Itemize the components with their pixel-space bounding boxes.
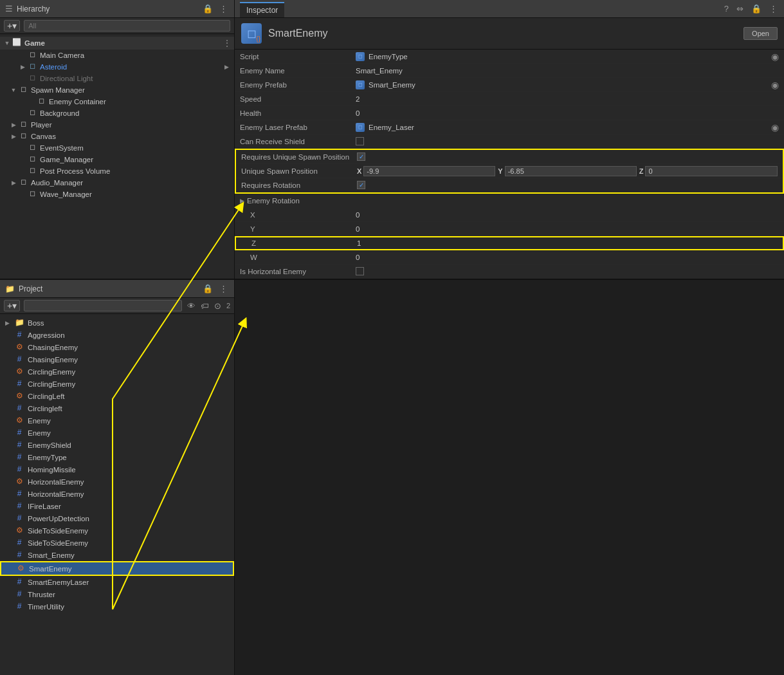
hierarchy-lock-icon[interactable]: 🔒: [201, 3, 214, 14]
project-tag-icon[interactable]: 🏷: [199, 301, 210, 311]
open-button[interactable]: Open: [743, 27, 778, 40]
y-axis-label: Y: [498, 167, 502, 175]
powerup-detection-icon: #: [14, 513, 24, 524]
project-title: Project: [19, 284, 42, 293]
inspector-panel: Inspector ? ⇔ 🔒 ⋮ ◻ {} SmartEnemy Open: [235, 0, 784, 279]
game-manager-icon: ◻: [27, 154, 37, 165]
hierarchy-item-event-system[interactable]: ◻ EventSystem: [0, 142, 234, 154]
bottom-right-area: [235, 280, 784, 675]
prefab-bracket-icon: {}: [256, 35, 260, 42]
project-item-thruster[interactable]: # Thruster: [0, 588, 234, 600]
enemy-prefab-label: Enemy Prefab: [240, 81, 356, 89]
smart-enemy-label: SmartEnemy: [29, 565, 71, 573]
script-circle-btn[interactable]: ◉: [771, 51, 779, 62]
project-add-button[interactable]: +▾: [4, 300, 20, 311]
script-field-row: Script ◻ EnemyType ◉: [235, 50, 784, 64]
smart-enemy-laser-label: SmartEnemyLaser: [28, 578, 89, 586]
unique-spawn-position-row: Unique Spawn Position X Y: [236, 164, 783, 178]
enemy-laser-prefab-field-row: Enemy Laser Prefab ◻ Enemy_Laser ◉: [235, 120, 784, 134]
hierarchy-item-spawn-manager[interactable]: ▼ ◻ Spawn Manager: [0, 84, 234, 96]
hierarchy-item-wave-manager[interactable]: ◻ Wave_Manager: [0, 189, 234, 200]
inspector-more-icon[interactable]: ⋮: [768, 3, 779, 14]
project-item-smart-enemy-script[interactable]: # Smart_Enemy: [0, 549, 234, 561]
hierarchy-item-player[interactable]: ▶ ◻ Player: [0, 119, 234, 131]
project-eye-icon[interactable]: 👁: [186, 301, 197, 311]
project-item-boss[interactable]: ▶ 📁 Boss: [0, 317, 234, 329]
speed-field-row: Speed 2: [235, 92, 784, 106]
project-item-horizontal-enemy[interactable]: # HorizontalEnemy: [0, 488, 234, 500]
project-item-circling-left-comp[interactable]: ⚙ CirclingLeft: [0, 390, 234, 402]
hierarchy-item-background[interactable]: ◻ Background: [0, 107, 234, 119]
project-item-horizontal-enemy-comp[interactable]: ⚙ HorizontalEnemy: [0, 476, 234, 488]
inspector-layout-icon[interactable]: ⇔: [735, 3, 745, 14]
hierarchy-panel: ☰ Hierarchy 🔒 ⋮ +▾ ▼ ⬜ Game: [0, 0, 235, 279]
enemy-prefab-circle-btn[interactable]: ◉: [771, 80, 779, 90]
unique-spawn-x-input[interactable]: [363, 166, 495, 176]
project-item-enemy-comp[interactable]: ⚙ Enemy: [0, 414, 234, 427]
spawn-manager-label: Spawn Manager: [31, 86, 85, 94]
project-more-icon[interactable]: ⋮: [218, 283, 229, 294]
inspector-title-bar: ◻ {} SmartEnemy Open: [235, 18, 784, 50]
project-item-side-to-side-enemy-comp[interactable]: ⚙ SideToSideEnemy: [0, 524, 234, 537]
circlingleft-label: Circlingleft: [28, 405, 62, 412]
hierarchy-item-canvas[interactable]: ▶ ◻ Canvas: [0, 131, 234, 142]
hierarchy-more-icon[interactable]: ⋮: [218, 3, 229, 14]
project-item-aggression[interactable]: # Aggression: [0, 329, 234, 341]
circling-left-comp-icon: ⚙: [14, 391, 24, 402]
unique-spawn-y-input[interactable]: [505, 166, 637, 176]
project-item-enemy[interactable]: # Enemy: [0, 427, 234, 439]
project-item-powerup-detection[interactable]: # PowerUpDetection: [0, 512, 234, 524]
inspector-tab[interactable]: Inspector: [240, 2, 284, 17]
requires-rotation-field-row: Requires Rotation: [236, 178, 783, 192]
hierarchy-item-enemy-container[interactable]: ◻ Enemy Container: [0, 96, 234, 107]
project-item-homing-missile[interactable]: # HomingMissile: [0, 463, 234, 476]
game-dots-icon[interactable]: ⋮: [223, 38, 232, 48]
project-item-circling-enemy[interactable]: # CirclingEnemy: [0, 378, 234, 390]
chasing-enemy-icon: #: [14, 355, 24, 365]
project-item-circlingleft[interactable]: # Circlingleft: [0, 402, 234, 414]
hierarchy-add-button[interactable]: +▾: [4, 20, 20, 32]
wave-manager-icon: ◻: [27, 189, 37, 199]
circlingleft-icon: #: [14, 403, 24, 414]
hierarchy-item-main-camera[interactable]: ◻ Main Camera: [0, 50, 234, 61]
rotation-w-value: 0: [356, 254, 779, 261]
hierarchy-search-input[interactable]: [24, 20, 230, 32]
project-item-circling-enemy-comp[interactable]: ⚙ CirclingEnemy: [0, 365, 234, 378]
project-item-side-to-side-enemy[interactable]: # SideToSideEnemy: [0, 537, 234, 549]
enemy-rotation-header[interactable]: ▶ Enemy Rotation: [235, 194, 784, 208]
enemy-shield-label: EnemyShield: [28, 441, 71, 449]
is-horizontal-checkbox[interactable]: [356, 267, 364, 275]
project-item-ifire-laser[interactable]: # IFireLaser: [0, 500, 234, 512]
enemy-laser-prefab-label: Enemy Laser Prefab: [240, 124, 356, 131]
audio-manager-icon: ◻: [18, 178, 28, 188]
hierarchy-item-asteroid[interactable]: ▶ ◻ Asteroid ▶: [0, 61, 234, 73]
project-item-enemy-shield[interactable]: # EnemyShield: [0, 439, 234, 451]
hierarchy-item-post-process[interactable]: ◻ Post Process Volume: [0, 165, 234, 177]
enemy-laser-circle-btn[interactable]: ◉: [771, 122, 779, 133]
project-filter-icon[interactable]: ⊙: [213, 301, 223, 311]
project-item-chasing-enemy-comp[interactable]: ⚙ ChasingEnemy: [0, 341, 234, 353]
hierarchy-item-audio-manager[interactable]: ▶ ◻ Audio_Manager: [0, 177, 234, 189]
project-search-input[interactable]: [24, 300, 182, 311]
requires-rotation-checkbox[interactable]: [357, 181, 365, 189]
hierarchy-item-directional-light[interactable]: ◻ Directional Light: [0, 73, 234, 84]
project-item-timer-utility[interactable]: # TimerUtility: [0, 600, 234, 613]
project-item-smart-enemy-laser[interactable]: # SmartEnemyLaser: [0, 576, 234, 588]
project-item-smart-enemy[interactable]: ⚙ SmartEnemy: [0, 561, 234, 576]
project-lock-icon[interactable]: 🔒: [201, 283, 214, 294]
requires-unique-spawn-checkbox[interactable]: [357, 153, 365, 161]
inspector-help-icon[interactable]: ?: [723, 3, 730, 14]
chasing-enemy-comp-label: ChasingEnemy: [28, 344, 78, 351]
post-process-icon: ◻: [27, 166, 37, 176]
hierarchy-game-root[interactable]: ▼ ⬜ Game ⋮: [0, 37, 234, 50]
project-item-enemy-type[interactable]: # EnemyType: [0, 451, 234, 463]
can-receive-shield-checkbox[interactable]: [356, 137, 364, 145]
unique-spawn-z-input[interactable]: [645, 166, 778, 176]
rotation-y-label: Y: [240, 225, 356, 233]
hierarchy-item-game-manager[interactable]: ◻ Game_Manager: [0, 154, 234, 165]
inspector-lock-icon[interactable]: 🔒: [750, 3, 763, 14]
project-item-chasing-enemy[interactable]: # ChasingEnemy: [0, 353, 234, 365]
prefab-icon: ◻ {}: [241, 23, 262, 44]
enemy-prefab-ref-icon: ◻: [356, 80, 365, 89]
horizontal-enemy-comp-icon: ⚙: [14, 477, 24, 487]
